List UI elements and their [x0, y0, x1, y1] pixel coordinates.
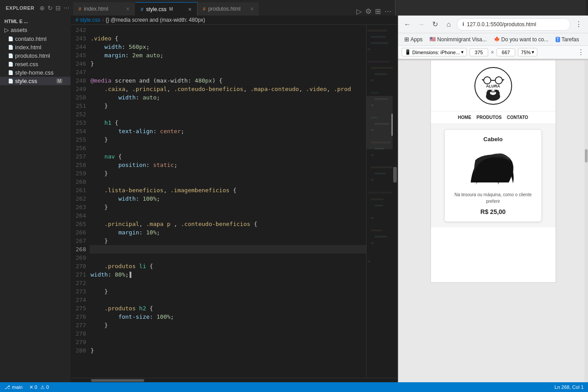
- breadcrumb-media: {} @media screen and (max-width: 480px): [106, 17, 205, 23]
- svg-text:ALURA: ALURA: [486, 84, 500, 88]
- nav-produtos[interactable]: PRODUTOS: [477, 115, 502, 120]
- dimension-x: ×: [491, 49, 494, 55]
- explorer-collapse-icon[interactable]: ⊟: [55, 4, 61, 12]
- home-button[interactable]: ⌂: [443, 19, 454, 30]
- browser-panel: ← → ↻ ⌂ ℹ 127.0.0.1:5500/produtos.html ⋮…: [397, 16, 588, 382]
- sidebar-project-name: HTML E ...: [0, 17, 71, 25]
- more-actions-icon[interactable]: ⋯: [384, 7, 391, 16]
- branch-name: main: [12, 384, 23, 390]
- canada-favicon: 🍁: [494, 36, 500, 42]
- url-text: 127.0.0.1:5500/produtos.html: [467, 21, 536, 28]
- preview-product-section: Cabelo: [431, 124, 556, 227]
- tab-style-css[interactable]: # style.css M ×: [135, 2, 197, 16]
- explorer-refresh-icon[interactable]: ↻: [47, 4, 53, 12]
- visa-favicon: 🇺🇸: [430, 36, 436, 42]
- sidebar-item-contato[interactable]: 📄contato.html: [0, 35, 71, 43]
- preview-site-header: ALURA ESTD 2019: [431, 60, 556, 111]
- error-count[interactable]: ✕ 0 ⚠ 0: [29, 384, 49, 390]
- branch-indicator[interactable]: ⎇ main: [4, 384, 23, 390]
- sidebar-item-produtos[interactable]: 📄produtos.html: [0, 51, 71, 60]
- error-icon: ✕: [29, 384, 33, 390]
- canada-label: Do you want to co...: [501, 36, 549, 43]
- tab-label: index.html: [84, 6, 108, 12]
- sidebar-item-style-css[interactable]: 📄style.css M: [0, 77, 71, 85]
- explorer-menu-icon[interactable]: ⋯: [63, 4, 70, 12]
- svg-point-0: [484, 77, 491, 84]
- split-editor-icon[interactable]: ⊞: [375, 7, 381, 16]
- code-content[interactable]: .video { width: 560px; margin: 2em auto;…: [90, 25, 366, 378]
- bookmark-visa[interactable]: 🇺🇸 Nonimmigrant Visa...: [427, 36, 489, 44]
- bookmark-tarefas[interactable]: T Tarefas: [553, 36, 582, 44]
- device-selector[interactable]: 📱 Dimensions: iPhone... ▾: [402, 48, 467, 56]
- tab-close-icon[interactable]: ×: [126, 5, 130, 12]
- modified-badge: M: [56, 79, 63, 83]
- branch-icon: ⎇: [4, 384, 10, 390]
- devtools-more-icon[interactable]: ⋮: [577, 48, 584, 56]
- tab-modified-badge: M: [169, 7, 173, 12]
- nav-contato[interactable]: CONTATO: [507, 115, 528, 120]
- file-explorer: HTML E ... ▷assets 📄contato.html 📄index.…: [0, 16, 71, 382]
- tab-icon-html: #: [79, 6, 81, 12]
- bookmarks-bar: ⊞ Apps 🇺🇸 Nonimmigrant Visa... 🍁 Do you …: [398, 33, 588, 46]
- line-numbers: 2422432442452462472482492502512522532542…: [71, 25, 90, 378]
- explorer-title: EXPLORER: [6, 5, 35, 11]
- devtools-bar: 📱 Dimensions: iPhone... ▾ × 75% ▾ ⋮: [398, 46, 588, 59]
- zoom-selector[interactable]: 75% ▾: [518, 48, 537, 56]
- tab-close-icon-produtos[interactable]: ×: [250, 5, 254, 12]
- warning-icon: ⚠: [40, 384, 45, 390]
- preview-logo: ALURA ESTD 2019: [435, 67, 551, 105]
- nav-home[interactable]: HOME: [458, 115, 471, 120]
- breadcrumb-sep: ›: [102, 17, 104, 23]
- breadcrumb-file: # style.css: [75, 17, 100, 23]
- visa-label: Nonimmigrant Visa...: [437, 36, 486, 43]
- vertical-scrollbar[interactable]: [393, 25, 397, 378]
- browser-toolbar: ← → ↻ ⌂ ℹ 127.0.0.1:5500/produtos.html ⋮: [398, 16, 588, 33]
- tab-produtos-html[interactable]: # produtos.html ×: [197, 2, 260, 16]
- tab-label-css: style.css: [146, 6, 166, 12]
- reload-button[interactable]: ↻: [429, 19, 441, 30]
- svg-point-1: [495, 77, 502, 84]
- zoom-label: 75%: [521, 50, 531, 55]
- debug-icon[interactable]: ⚙: [365, 7, 371, 16]
- dropdown-arrow: ▾: [461, 49, 464, 55]
- bookmark-canada[interactable]: 🍁 Do you want to co...: [491, 36, 551, 44]
- code-editor-panel: # style.css › {} @media screen and (max-…: [71, 16, 397, 382]
- product-title: Cabelo: [451, 136, 535, 143]
- preview-phone-frame: ALURA ESTD 2019: [431, 60, 556, 282]
- back-button[interactable]: ←: [402, 19, 413, 30]
- bookmark-apps[interactable]: ⊞ Apps: [402, 35, 425, 44]
- warning-num: 0: [46, 384, 49, 390]
- sidebar-item-assets[interactable]: ▷assets: [0, 25, 71, 35]
- width-input[interactable]: [470, 48, 488, 56]
- explorer-new-file-icon[interactable]: ⊕: [39, 4, 45, 12]
- address-bar[interactable]: ℹ 127.0.0.1:5500/produtos.html: [457, 18, 571, 31]
- minimap[interactable]: [366, 25, 393, 378]
- tab-label-produtos: produtos.html: [208, 6, 241, 12]
- product-image: [451, 147, 535, 187]
- product-price: R$ 25,00: [451, 208, 535, 215]
- sidebar-item-index[interactable]: 📄index.html: [0, 43, 71, 51]
- height-input[interactable]: [497, 48, 515, 56]
- sidebar-item-reset[interactable]: 📄reset.css: [0, 60, 71, 68]
- phone-icon: 📱: [405, 49, 411, 55]
- tab-icon-html2: #: [203, 6, 205, 12]
- product-description: Na tesoura ou máquina, como o cliente pr…: [451, 191, 535, 205]
- run-icon[interactable]: ▷: [356, 7, 362, 16]
- horizontal-scrollbar[interactable]: [91, 379, 144, 382]
- cursor-position: Ln 268, Col 1: [555, 384, 584, 390]
- preview-area[interactable]: ALURA ESTD 2019: [398, 60, 588, 382]
- tab-close-icon-css[interactable]: ×: [188, 6, 192, 13]
- tarefas-favicon: T: [556, 37, 560, 42]
- device-label: Dimensions: iPhone...: [412, 50, 460, 55]
- tab-index-html[interactable]: # index.html ×: [73, 2, 135, 16]
- preview-product-card: Cabelo: [444, 129, 542, 222]
- status-bar: ⎇ main ✕ 0 ⚠ 0 Ln 268, Col 1: [0, 382, 588, 392]
- lock-icon: ℹ: [462, 21, 464, 27]
- apps-grid-icon: ⊞: [404, 36, 409, 43]
- sidebar-item-style-home[interactable]: 📄style-home.css: [0, 68, 71, 77]
- browser-menu-button[interactable]: ⋮: [573, 19, 584, 30]
- tab-icon-css: #: [141, 7, 143, 12]
- breadcrumb: # style.css › {} @media screen and (max-…: [71, 16, 397, 25]
- error-num: 0: [35, 384, 37, 390]
- forward-button[interactable]: →: [415, 19, 427, 30]
